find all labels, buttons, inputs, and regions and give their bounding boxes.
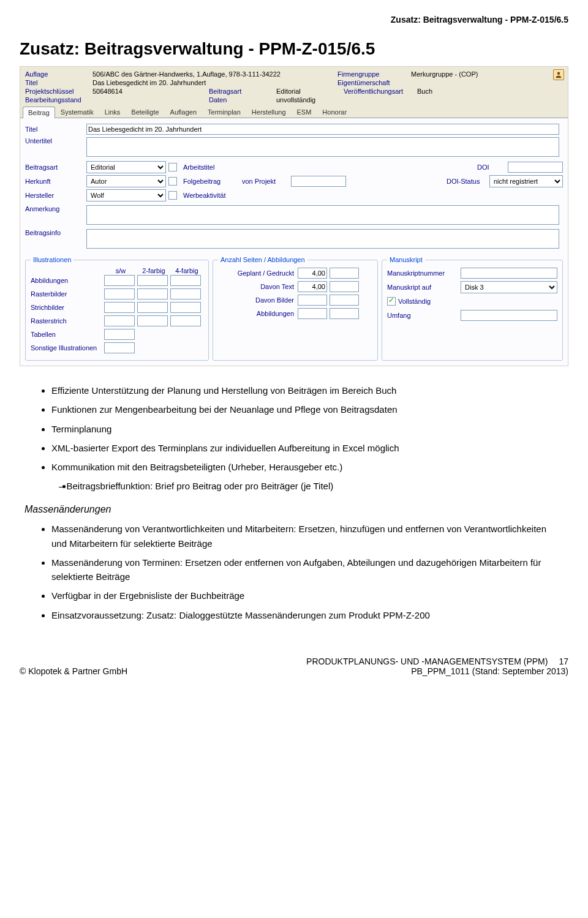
ill-row-label: Rasterstrich bbox=[31, 317, 104, 325]
header-veroeff-value: Buch bbox=[417, 88, 563, 95]
ill-input[interactable] bbox=[137, 288, 168, 299]
list-item: Verfügbar in der Ergebnisliste der Buchb… bbox=[51, 589, 557, 603]
footer-pageno: 17 bbox=[559, 657, 568, 666]
tab-beitrag[interactable]: Beitrag bbox=[23, 107, 55, 118]
ill-col-4f: 4-farbig bbox=[170, 267, 203, 274]
titel-field[interactable] bbox=[86, 124, 559, 135]
anz-input[interactable] bbox=[298, 308, 327, 319]
ill-input[interactable] bbox=[104, 342, 135, 353]
header-auflage-value: 506/ABC des Gärtner-Handwerks, 1.Auflage… bbox=[92, 70, 337, 78]
manus-nummer-field[interactable] bbox=[461, 268, 557, 279]
manus-auf-label: Manuskript auf bbox=[387, 284, 461, 291]
list-item: Effiziente Unterstützung der Planung und… bbox=[51, 383, 557, 397]
legend-manuskript: Manuskript bbox=[387, 256, 425, 263]
anz-label: Davon Bilder bbox=[218, 296, 298, 304]
werbe-label: Werbeaktivität bbox=[183, 192, 238, 199]
section-massenaenderungen: Massenänderungen bbox=[24, 502, 557, 517]
hersteller-select[interactable]: Wolf bbox=[86, 189, 166, 201]
anmerkung-field[interactable] bbox=[86, 205, 559, 225]
anz-input[interactable] bbox=[298, 281, 327, 292]
ill-input[interactable] bbox=[104, 288, 135, 299]
footer-copyright: © Klopotek & Partner GmbH bbox=[20, 666, 127, 676]
list-item: Beitragsbrieffunktion: Brief pro Beitrag… bbox=[72, 479, 557, 493]
manus-umfang-field[interactable] bbox=[461, 310, 557, 321]
tab-auflagen[interactable]: Auflagen bbox=[165, 106, 202, 118]
anz-input[interactable] bbox=[330, 295, 359, 306]
titel-label: Titel bbox=[25, 126, 86, 133]
tab-herstellung[interactable]: Herstellung bbox=[246, 106, 292, 118]
header-bearb-label: Bearbeitungsstand bbox=[25, 96, 92, 103]
beitragsart-select[interactable]: Editorial bbox=[86, 161, 166, 173]
ill-input[interactable] bbox=[137, 302, 168, 313]
ill-input[interactable] bbox=[104, 315, 135, 326]
anz-input[interactable] bbox=[330, 281, 359, 292]
header-titel-label: Titel bbox=[25, 79, 92, 86]
header-projektschluessel-label: Projektschlüssel bbox=[25, 88, 92, 95]
vonprojekt-label: von Projekt bbox=[242, 178, 291, 185]
legend-illustrationen: Illustrationen bbox=[31, 256, 74, 263]
anz-input[interactable] bbox=[330, 308, 359, 319]
doistatus-select[interactable]: nicht registriert bbox=[489, 175, 563, 187]
vonprojekt-field[interactable] bbox=[291, 176, 346, 187]
tab-beteiligte[interactable]: Beteiligte bbox=[126, 106, 164, 118]
ill-input[interactable] bbox=[104, 329, 135, 340]
document-body: Effiziente Unterstützung der Planung und… bbox=[0, 366, 588, 639]
herkunft-label: Herkunft bbox=[25, 178, 86, 185]
beitragsinfo-label: Beitragsinfo bbox=[25, 229, 86, 236]
herkunft-select[interactable]: Autor bbox=[86, 175, 166, 187]
footer-docid: PB_PPM_1011 (Stand: September 2013) bbox=[306, 666, 568, 676]
ill-input[interactable] bbox=[170, 315, 201, 326]
ill-row-label: Sonstige Illustrationen bbox=[31, 344, 104, 352]
header-beitragsart-label: Beitragsart bbox=[209, 88, 276, 95]
untertitel-label: Untertitel bbox=[25, 137, 86, 145]
beitragsart-label: Beitragsart bbox=[25, 164, 86, 171]
ill-input[interactable] bbox=[170, 288, 201, 299]
ill-row-label: Rasterbilder bbox=[31, 290, 104, 298]
list-item: Massenänderung von Verantwortlichkeiten … bbox=[51, 522, 557, 551]
person-icon[interactable] bbox=[553, 69, 564, 80]
ill-row-label: Abbildungen bbox=[31, 277, 104, 284]
ill-row-label: Tabellen bbox=[31, 331, 104, 338]
doi-field[interactable] bbox=[508, 162, 563, 173]
tab-systematik[interactable]: Systematik bbox=[55, 106, 99, 118]
untertitel-field[interactable] bbox=[86, 137, 559, 157]
manus-nummer-label: Manuskriptnummer bbox=[387, 269, 461, 277]
fieldset-anzahl: Anzahl Seiten / Abbildungen Geplant / Ge… bbox=[213, 256, 378, 361]
manus-vollstaendig-label: Vollständig bbox=[398, 298, 431, 305]
ill-input[interactable] bbox=[170, 302, 201, 313]
folgebeitrag-checkbox[interactable] bbox=[168, 177, 177, 186]
arbeitstitel-checkbox[interactable] bbox=[168, 163, 177, 171]
tab-terminplan[interactable]: Terminplan bbox=[202, 106, 246, 118]
fieldset-manuskript: Manuskript Manuskriptnummer Manuskript a… bbox=[382, 256, 563, 361]
legend-anzahl: Anzahl Seiten / Abbildungen bbox=[218, 256, 307, 263]
tab-links[interactable]: Links bbox=[99, 106, 126, 118]
anmerkung-label: Anmerkung bbox=[25, 205, 86, 213]
hersteller-label: Hersteller bbox=[25, 192, 86, 199]
header-veroeff-label: Veröffentlichungsart bbox=[344, 88, 417, 95]
ill-input[interactable] bbox=[104, 302, 135, 313]
anz-label: Geplant / Gedruckt bbox=[218, 269, 298, 277]
anz-input[interactable] bbox=[298, 295, 327, 306]
werbe-checkbox[interactable] bbox=[168, 191, 177, 200]
anz-input[interactable] bbox=[298, 268, 327, 279]
page-running-header: Zusatz: Beitragsverwaltung - PPM-Z-015/6… bbox=[20, 15, 568, 24]
fieldset-illustrationen: Illustrationen s/w 2-farbig 4-farbig Abb… bbox=[25, 256, 209, 361]
tab-esm[interactable]: ESM bbox=[292, 106, 317, 118]
anz-input[interactable] bbox=[330, 268, 359, 279]
manus-auf-select[interactable]: Disk 3 bbox=[461, 281, 557, 293]
header-eigentuemer-label: Eigentümerschaft bbox=[337, 79, 411, 86]
ill-input[interactable] bbox=[137, 275, 168, 286]
footer-product: PRODUKTPLANUNGS- UND -MANAGEMENTSYSTEM (… bbox=[306, 657, 548, 666]
page-footer: © Klopotek & Partner GmbH PRODUKTPLANUNG… bbox=[0, 639, 588, 687]
list-item: Einsatzvoraussetzung: Zusatz: Dialoggest… bbox=[51, 608, 557, 622]
beitragsinfo-field[interactable] bbox=[86, 229, 559, 249]
list-item: Kommunikation mit den Beitragsbeteiligte… bbox=[51, 460, 557, 474]
ill-input[interactable] bbox=[104, 275, 135, 286]
ill-input[interactable] bbox=[137, 315, 168, 326]
manus-umfang-label: Umfang bbox=[387, 312, 461, 319]
list-item: Funktionen zur Mengenbearbeitung bei der… bbox=[51, 402, 557, 416]
manus-vollstaendig-checkbox[interactable] bbox=[387, 297, 396, 306]
tab-honorar[interactable]: Honorar bbox=[317, 106, 352, 118]
ill-input[interactable] bbox=[170, 275, 201, 286]
form-panel: Titel Untertitel Beitragsart Editorial A… bbox=[20, 118, 568, 366]
